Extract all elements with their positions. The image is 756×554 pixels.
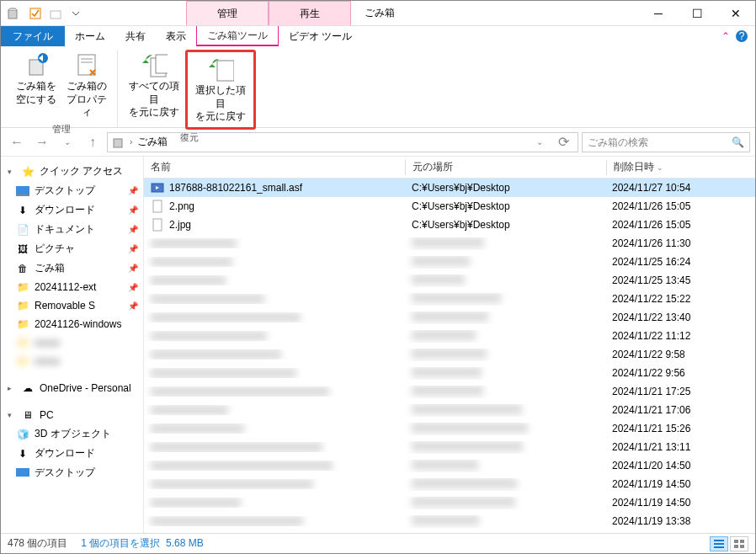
table-row[interactable]: 2024/11/22 9:58 <box>144 345 755 364</box>
col-date[interactable]: 削除日時 ⌄ <box>607 160 755 174</box>
content-area: ▾⭐クイック アクセス デスクトップ📌 ⬇ダウンロード📌 📄ドキュメント📌 🖼ピ… <box>1 157 755 535</box>
ribbon-tabs: ファイル ホーム 共有 表示 ごみ箱ツール ビデオ ツール ⌃ ? <box>1 26 755 46</box>
svg-rect-24 <box>734 540 738 543</box>
breadcrumb-segment[interactable]: ごみ箱 <box>137 135 168 149</box>
tab-recycle-tools[interactable]: ごみ箱ツール <box>196 26 279 46</box>
nav-onedrive[interactable]: ▸☁OneDrive - Personal <box>1 379 143 397</box>
nav-downloads-pc[interactable]: ⬇ダウンロード <box>1 444 143 463</box>
nav-documents[interactable]: 📄ドキュメント📌 <box>1 220 143 239</box>
svg-rect-9 <box>81 61 93 63</box>
folder-icon: 📁 <box>16 280 29 294</box>
close-button[interactable]: ✕ <box>716 1 755 26</box>
nav-recent-dropdown[interactable]: ⌄ <box>56 131 78 153</box>
pin-icon: 📌 <box>128 264 138 273</box>
svg-rect-25 <box>740 540 744 543</box>
address-dropdown-icon[interactable]: ⌄ <box>529 131 551 153</box>
ribbon-collapse-icon[interactable]: ⌃ <box>721 30 730 42</box>
nav-folder-blur[interactable]: 📁xxxxx <box>1 333 143 352</box>
svg-rect-11 <box>156 55 168 73</box>
view-icons-button[interactable] <box>730 536 748 551</box>
pin-icon: 📌 <box>128 205 138 215</box>
recycle-props-button[interactable]: ごみ箱の プロパティ <box>61 50 112 121</box>
folder-icon: 📁 <box>16 299 29 312</box>
document-icon: 📄 <box>16 223 29 237</box>
folder-icon: 📁 <box>16 317 29 331</box>
context-tab-play[interactable]: 再生 <box>269 1 351 25</box>
table-row[interactable]: 2024/11/25 13:45 <box>144 271 755 290</box>
table-row[interactable]: 2024/11/26 11:30 <box>144 234 755 253</box>
search-box[interactable]: 🔍 <box>582 132 750 152</box>
qat-newfolder-icon[interactable] <box>46 4 65 23</box>
svg-rect-13 <box>114 139 122 147</box>
svg-rect-12 <box>217 61 234 81</box>
empty-recycle-icon <box>23 51 50 78</box>
svg-rect-1 <box>30 8 40 19</box>
table-row[interactable]: 2.pngC:¥Users¥bj¥Desktop2024/11/26 15:05 <box>144 197 755 216</box>
nav-up-button[interactable]: ↑ <box>82 131 104 153</box>
nav-folder-1[interactable]: 📁20241112-ext📌 <box>1 278 143 296</box>
nav-quick-access[interactable]: ▾⭐クイック アクセス <box>1 162 143 181</box>
window-title: ごみ箱 <box>351 6 408 20</box>
nav-pc[interactable]: ▾🖥PC <box>1 406 143 424</box>
table-row[interactable]: 2024/11/21 17:25 <box>144 382 755 401</box>
table-row[interactable]: 2.jpgC:¥Users¥bj¥Desktop2024/11/26 15:05 <box>144 216 755 234</box>
svg-rect-20 <box>153 219 162 231</box>
col-name[interactable]: 名前 <box>144 160 405 174</box>
table-row[interactable]: 2024/11/19 14:50 <box>144 475 755 493</box>
file-icon <box>151 218 164 232</box>
nav-desktop[interactable]: デスクトップ📌 <box>1 181 143 200</box>
table-row[interactable]: 187688-881022161_small.asfC:¥Users¥bj¥De… <box>144 178 755 197</box>
table-row[interactable]: 2024/11/22 15:22 <box>144 290 755 308</box>
picture-icon: 🖼 <box>16 242 29 256</box>
nav-folder-2[interactable]: 📁Removable S📌 <box>1 296 143 315</box>
tab-home[interactable]: ホーム <box>65 26 115 46</box>
table-row[interactable]: 2024/11/25 16:24 <box>144 253 755 271</box>
tab-file[interactable]: ファイル <box>1 26 65 46</box>
view-details-button[interactable] <box>710 536 728 551</box>
svg-rect-23 <box>714 546 724 548</box>
svg-rect-27 <box>740 545 744 548</box>
file-icon <box>151 200 164 213</box>
status-selected: 1 個の項目を選択 <box>81 537 160 549</box>
table-row[interactable]: 2024/11/20 14:50 <box>144 456 755 475</box>
pin-icon: 📌 <box>128 225 138 234</box>
nav-folder-3[interactable]: 📁20241126-windows <box>1 315 143 333</box>
context-tab-manage[interactable]: 管理 <box>186 1 269 25</box>
download-icon: ⬇ <box>16 204 29 217</box>
nav-recycle[interactable]: 🗑ごみ箱📌 <box>1 258 143 278</box>
nav-folder-blur[interactable]: 📁xxxxx <box>1 352 143 370</box>
nav-pictures[interactable]: 🖼ピクチャ📌 <box>1 239 143 258</box>
nav-desktop-pc[interactable]: デスクトップ <box>1 463 143 482</box>
empty-recycle-button[interactable]: ごみ箱を 空にする <box>11 50 61 121</box>
tab-share[interactable]: 共有 <box>115 26 156 46</box>
chevron-right-icon[interactable]: › <box>130 137 132 146</box>
nav-forward-button[interactable]: → <box>31 131 53 153</box>
table-row[interactable]: 2024/11/21 15:26 <box>144 419 755 438</box>
qat-dropdown-icon[interactable] <box>67 4 85 23</box>
address-bar[interactable]: › ごみ箱 ⌄ ⟳ <box>107 132 578 152</box>
nav-3d-objects[interactable]: 🧊3D オブジェクト <box>1 424 143 444</box>
table-row[interactable]: 2024/11/21 17:06 <box>144 401 755 419</box>
svg-rect-21 <box>714 540 724 541</box>
nav-back-button[interactable]: ← <box>6 131 28 153</box>
maximize-button[interactable]: ☐ <box>678 1 716 26</box>
table-row[interactable]: 2024/11/22 11:12 <box>144 327 755 345</box>
tab-view[interactable]: 表示 <box>156 26 196 46</box>
nav-downloads[interactable]: ⬇ダウンロード📌 <box>1 200 143 220</box>
refresh-icon[interactable]: ⟳ <box>552 131 574 153</box>
table-row[interactable]: 2024/11/19 14:50 <box>144 493 755 512</box>
help-icon[interactable]: ? <box>735 29 748 43</box>
qat-checkbox-icon[interactable] <box>26 4 45 23</box>
table-row[interactable]: 2024/11/19 13:38 <box>144 512 755 530</box>
table-row[interactable]: 2024/11/22 9:56 <box>144 364 755 382</box>
table-row[interactable]: 2024/11/22 13:40 <box>144 308 755 327</box>
minimize-button[interactable]: ─ <box>639 1 678 26</box>
restore-selected-button[interactable]: 選択した項目 を元に戻す <box>189 54 252 125</box>
table-row[interactable]: 2024/11/21 13:11 <box>144 438 755 456</box>
tab-video-tools[interactable]: ビデオ ツール <box>279 26 362 46</box>
search-icon[interactable]: 🔍 <box>732 136 744 148</box>
search-input[interactable] <box>588 136 732 148</box>
col-location[interactable]: 元の場所 <box>406 160 606 174</box>
svg-rect-26 <box>734 545 738 548</box>
restore-all-button[interactable]: すべての項目 を元に戻す <box>123 50 185 130</box>
